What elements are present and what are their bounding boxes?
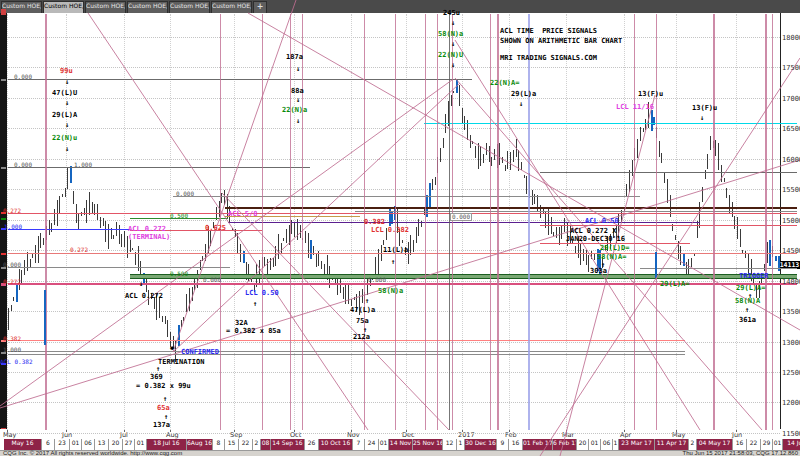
chart-tab-0[interactable]: Custom HOE,ADC [1,1,42,13]
annotation-label: 361a [739,317,756,324]
date-cell: 29 [761,439,773,450]
price-bar [526,176,527,194]
date-cell: 11 Apr 17 [655,439,689,450]
chart-tab-1[interactable]: Custom HOE,ADC [43,1,84,13]
price-bar [499,143,500,165]
annotation-label: 29(L)A= [736,285,766,292]
study-hline [8,354,685,355]
date-cell: 22 [239,439,253,450]
scale-tick [1,253,6,255]
price-bar [21,270,22,283]
price-bar [27,252,28,271]
study-hline [130,278,797,279]
time-vline [528,14,530,430]
price-axis-label: 13500 [782,308,800,316]
price-bar [264,257,265,266]
annotation-label: JAN20-DEC30'16 [566,236,625,243]
time-axis-months[interactable]: MayJunJulAugSepOctNovDec2017FebMarAprMay… [0,429,800,439]
price-bar [132,248,133,250]
price-bar [183,317,184,321]
price-bar [524,175,525,178]
annotation-label: ↑ [745,307,749,314]
price-bar [92,202,93,213]
price-bar [162,316,163,322]
chart-tab-3[interactable]: Custom HOE,ADC [127,1,168,13]
annotation-label: 47(L)U [52,90,77,97]
signal-bar [775,256,777,261]
price-bar [200,260,201,270]
price-bar [340,277,341,293]
retracement-label: 0.000 [3,262,21,268]
date-cell: 9 [497,439,509,450]
price-bar [494,149,495,160]
retracement-label: 0.272 [70,247,88,253]
annotation-label: 47(L)a [350,307,375,314]
price-axis-label: 16000 [782,156,800,164]
time-vline [395,14,396,430]
price-bar [343,287,344,299]
time-vline [497,14,499,430]
chart-tab-5[interactable]: Custom HOE,ADC [211,1,252,13]
annotation-label: 369 [150,374,163,381]
annotation-label: 22(N)u [52,135,77,142]
price-bar [294,222,295,237]
study-hline [8,351,685,352]
annotation-label: 58(N)A [735,298,760,305]
date-cell: 24 [365,439,379,450]
annotation-label: TRIGGER [739,273,769,280]
annotation-label: ↓ [451,41,455,48]
price-bar [105,221,106,242]
price-bar [321,261,322,269]
time-vline [220,14,221,430]
price-bar [580,244,581,265]
price-bar [680,246,681,265]
add-tab-button[interactable]: + [253,1,267,13]
price-bar [453,91,454,93]
annotation-label: 29(L)A= [660,281,690,288]
date-cell: 7 [353,439,365,450]
time-vline [262,14,263,430]
annotation-label: (TERMINAL) [128,234,170,241]
price-bar [675,235,676,240]
price-bar [300,225,301,238]
price-bar [337,278,338,295]
price-bar [629,170,630,192]
retracement-label: 0.382 [3,336,21,342]
study-hline [8,229,130,230]
price-bar [202,256,203,261]
annotation-label: 0.625 [205,225,226,232]
retracement-label: 1.000 [74,162,92,168]
price-axis-label: 12500 [782,369,800,377]
date-cell: 15 [225,439,239,450]
price-bar [73,191,74,204]
price-bar [632,160,633,176]
annotation-label: ↑ [156,366,160,373]
annotation-label: 29(L)D= [600,245,630,252]
retracement-label: 1.000 [4,224,22,230]
date-cell: 6Aug 16 [187,439,213,450]
date-cell: 27 [123,439,135,450]
date-cell: 01 [589,439,601,450]
annotation-label: ↑ [253,301,257,308]
annotation-label: MRI TRADING SIGNALS.COM [500,55,597,62]
price-bar [740,229,741,247]
chart-tab-4[interactable]: Custom HOE,ADC [169,1,210,13]
annotation-label: 99u [60,68,73,75]
price-bar [516,139,517,157]
time-vline [302,14,303,430]
scale-tick [1,79,6,81]
annotation-label: ACL 0.272 X [570,228,616,235]
price-axis-label: 17500 [782,64,800,72]
price-bar [86,200,87,223]
chart-tab-2[interactable]: Custom HOE,ADC [85,1,126,13]
price-axis-label: 18000 [782,34,800,42]
annotation-label: ↓ [296,118,300,125]
price-bar [513,150,514,162]
price-bar [734,216,735,229]
price-bar [640,127,641,141]
time-axis-dates[interactable]: May 1662301061320270118 Jul 166Aug 16815… [4,439,800,450]
price-bar [475,146,476,158]
price-bar [186,294,187,312]
timestamp-text: Thu Jun 15 2017 21:58:03, CQG 17.12.860 [683,450,798,456]
annotation-label: LCL 0.50 [245,290,279,297]
